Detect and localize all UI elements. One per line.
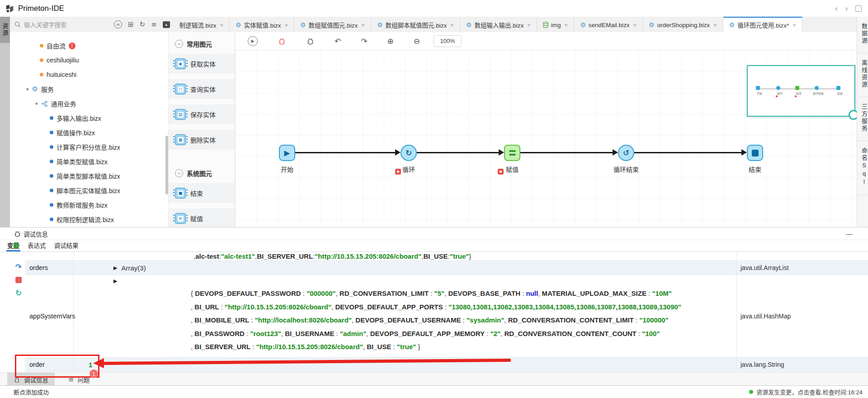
- minimap-node-label: 循环结束: [809, 91, 827, 95]
- close-icon[interactable]: ×: [527, 22, 531, 28]
- close-icon[interactable]: ×: [284, 22, 288, 28]
- editor-tab[interactable]: img ×: [537, 17, 574, 32]
- step-over-icon[interactable]: ↷: [15, 262, 22, 271]
- bug-icon[interactable]: [306, 37, 315, 45]
- close-icon[interactable]: ×: [220, 22, 224, 28]
- search-icon: [14, 21, 21, 28]
- tree-item[interactable]: huituiceshi: [10, 67, 168, 82]
- node-end[interactable]: [747, 145, 763, 161]
- palette-item-label: 获取实体: [190, 59, 216, 68]
- flow-edge: [417, 152, 499, 153]
- redo-icon[interactable]: ↷: [361, 37, 367, 46]
- stop-icon[interactable]: [15, 277, 22, 283]
- resume-icon[interactable]: [14, 242, 20, 249]
- editor-tab[interactable]: ⚙ sendEMail.bizx ×: [574, 17, 643, 32]
- editor-tab[interactable]: ⚙ orderShopping.bizx ×: [643, 17, 723, 32]
- tree-item[interactable]: 多输入输出.bizx: [10, 111, 168, 125]
- tree-item[interactable]: 简单类型脚本赋值.bizx: [10, 169, 168, 183]
- tree-item[interactable]: 简单类型赋值.bizx: [10, 154, 168, 169]
- sidebar-vertical-tab[interactable]: 三方服务: [857, 97, 868, 141]
- close-icon[interactable]: ×: [361, 22, 365, 28]
- export-image-icon[interactable]: ▴: [163, 21, 170, 28]
- close-icon[interactable]: ×: [633, 22, 637, 28]
- table-row-app-system-vars[interactable]: appSystemVars ▶ { DEVOPS_DEFAULT_PASSWOR…: [25, 275, 868, 358]
- bizx-gear-icon: ⚙: [300, 21, 306, 28]
- breakpoint-icon[interactable]: [498, 169, 504, 175]
- tree-item[interactable]: 脚本图元实体赋值.bizx: [10, 183, 168, 198]
- resource-change-notice[interactable]: 资源发生变更，点击查看,检查时间:16:24: [749, 388, 863, 396]
- chevron-down-icon[interactable]: ▾: [35, 101, 38, 107]
- debug-body: ↷ ↻ , alc-test : "alc-test1" , BI_SERVER…: [0, 251, 868, 371]
- close-icon[interactable]: ×: [565, 22, 568, 28]
- breakpoint-icon[interactable]: [395, 169, 401, 175]
- collapse-icon[interactable]: −: [175, 169, 183, 177]
- tree-item[interactable]: 教师新增服务.bizx: [10, 198, 168, 212]
- palette-item[interactable]: ▦ 删除实体: [169, 130, 235, 150]
- table-row-partial[interactable]: , alc-test : "alc-test1" , BI_SERVER_URL…: [25, 251, 868, 261]
- tab-expressions[interactable]: 表达式: [27, 240, 47, 251]
- editor-tab-label: sendEMail.bizx: [589, 22, 630, 28]
- rerun-icon[interactable]: ↻: [15, 289, 22, 298]
- nav-forward-icon[interactable]: ›: [845, 4, 848, 13]
- editor-tab[interactable]: 制逻辑流.bizx ×: [174, 17, 230, 32]
- node-loop-end[interactable]: ↺: [618, 145, 634, 161]
- window-restore-icon[interactable]: [855, 5, 862, 12]
- refresh-icon[interactable]: ↻: [140, 20, 146, 28]
- hashmap-line: , BI_PASSWORD : "root123", BI_USERNAME :…: [74, 327, 736, 341]
- minimap[interactable]: 开始 循环 赋值 循环结束 结束: [747, 65, 855, 117]
- editor-tab[interactable]: ⚙ 数组赋值图元.bizx ×: [294, 17, 371, 32]
- close-icon[interactable]: ×: [450, 22, 454, 28]
- sidebar-vertical-tab[interactable]: 命名Sql: [857, 141, 868, 195]
- debug-header: 调试信息 —: [0, 227, 868, 240]
- sidebar-vertical-tab[interactable]: 离线资源: [857, 53, 868, 97]
- palette-item[interactable]: ■ 结束: [169, 183, 235, 203]
- rail-resources-tab[interactable]: 资源: [0, 17, 10, 43]
- palette-item[interactable]: ▤ 保存实体: [169, 104, 235, 124]
- minimize-icon[interactable]: —: [846, 227, 853, 240]
- tree-scrollbar[interactable]: [165, 136, 168, 194]
- tree-item[interactable]: 计算客户积分信息.bizx: [10, 140, 168, 154]
- collapse-icon[interactable]: −: [175, 40, 183, 48]
- tree-item[interactable]: ▾ ⚙ 服务: [10, 82, 168, 96]
- editor-tab[interactable]: ⚙ 循环图元使用.bizx* ×: [723, 17, 802, 32]
- tree-item[interactable]: ▾ 通用业务: [10, 96, 168, 111]
- zoom-in-icon[interactable]: ⊕: [387, 37, 394, 46]
- palette-common-list: ◉ 获取实体 ○ 查询实体 ▤ 保存实体 ▦ 删除实体: [169, 54, 235, 150]
- chevron-down-icon[interactable]: ▾: [26, 86, 29, 92]
- sort-list-icon[interactable]: ≡: [151, 20, 157, 28]
- search-input[interactable]: 输入关键字搜索: [10, 17, 96, 32]
- ai-assistant-icon[interactable]: AI: [114, 20, 122, 28]
- tab-debug-result[interactable]: 调试结果: [53, 240, 80, 251]
- node-start[interactable]: ▶: [279, 145, 295, 161]
- expand-icon[interactable]: ▶: [113, 278, 117, 284]
- editor-tab[interactable]: ⚙ 实体赋值.bizx ×: [230, 17, 294, 32]
- nav-back-icon[interactable]: ‹: [835, 4, 838, 13]
- expand-icon[interactable]: ▶: [113, 265, 117, 271]
- new-box-icon[interactable]: ⊞: [128, 20, 134, 28]
- editor-tab[interactable]: ⚙ 数组输入输出.bizx ×: [460, 17, 537, 32]
- palette-item[interactable]: ○ 查询实体: [169, 79, 235, 99]
- palette-item[interactable]: ◉ 获取实体: [169, 54, 235, 74]
- table-row-orders[interactable]: orders ▶ Array(3) java.util.ArrayList: [25, 261, 868, 275]
- debug-bug-active-icon[interactable]: [278, 37, 286, 45]
- tree-item[interactable]: 自由流 !: [10, 38, 168, 53]
- tree-item[interactable]: ceshiluojiliu: [10, 53, 168, 67]
- tree-item[interactable]: 权限控制逻辑流.bizx: [10, 212, 168, 227]
- close-icon[interactable]: ×: [793, 22, 796, 28]
- palette-section-header[interactable]: − 常用图元: [169, 38, 235, 50]
- zoom-out-icon[interactable]: ⊖: [414, 37, 420, 46]
- tree-item-label: 赋值操作.bizx: [57, 128, 95, 137]
- node-assign[interactable]: [504, 145, 520, 161]
- close-icon[interactable]: ×: [713, 22, 717, 28]
- editor-tab[interactable]: ⚙ 数组脚本赋值图元.bizx ×: [371, 17, 460, 32]
- palette-section-header[interactable]: − 系统图元: [169, 167, 235, 180]
- zoom-level[interactable]: 100%: [434, 35, 462, 47]
- undo-icon[interactable]: ↶: [335, 37, 341, 46]
- sidebar-vertical-tab[interactable]: 数据源: [857, 17, 868, 53]
- palette-item[interactable]: ≡ 赋值: [169, 208, 235, 227]
- tree-item[interactable]: 赋值操作.bizx: [10, 125, 168, 140]
- node-loop[interactable]: ↻: [401, 145, 417, 161]
- debug-run-icon[interactable]: ▶: [248, 36, 258, 46]
- variable-value: ▶ Array(3): [74, 261, 737, 275]
- canvas-grid[interactable]: ▶ ↻ ↺ 开始 循环 赋值 循环结束 结束: [235, 50, 857, 227]
